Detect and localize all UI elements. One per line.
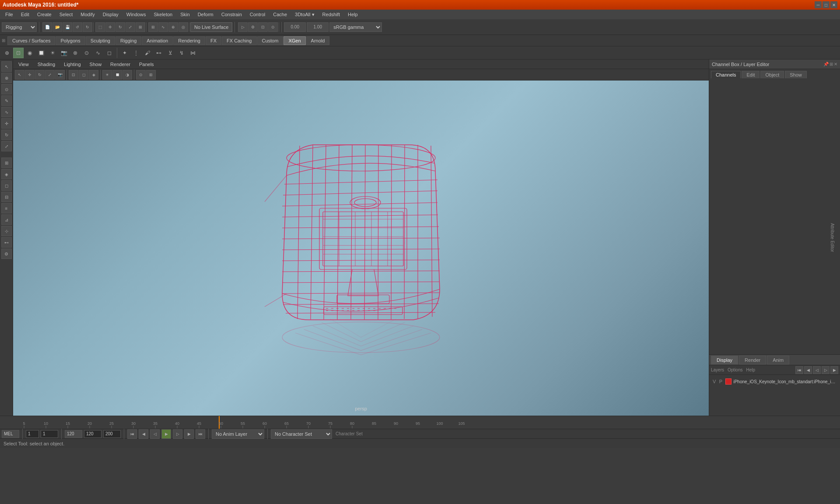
select-tool-side[interactable]: ↖ (1, 61, 12, 72)
options-menu[interactable]: Options (728, 368, 742, 372)
shading-menu[interactable]: Shading (34, 61, 59, 68)
deform-btn[interactable]: ⊗ (70, 48, 80, 58)
surface-btn[interactable]: ◻ (104, 48, 115, 58)
lasso-tool[interactable]: ⊙ (1, 84, 12, 94)
vp-isolate[interactable]: ⊙ (136, 70, 146, 80)
play-skip-next[interactable]: ⏭ (196, 429, 205, 439)
renderer-menu[interactable]: Renderer (107, 61, 134, 68)
texture-btn[interactable]: 🔲 (36, 48, 46, 58)
rotate-tool[interactable]: ↻ (116, 22, 125, 32)
vp-shadow[interactable]: ◑ (122, 70, 132, 80)
lighting-menu[interactable]: Lighting (60, 61, 84, 68)
module-polygons[interactable]: Polygons (56, 36, 85, 45)
menu-windows[interactable]: Windows (123, 11, 150, 18)
attr-side[interactable]: ≡ (1, 203, 12, 214)
vp-flat[interactable]: ◈ (89, 70, 98, 80)
close-button[interactable]: ✕ (830, 1, 837, 8)
menu-skeleton[interactable]: Skeleton (150, 11, 176, 18)
menu-edit[interactable]: Edit (18, 11, 33, 18)
snap-view[interactable]: ◎ (178, 22, 188, 32)
scale-side[interactable]: ⤢ (1, 141, 12, 151)
curve-btn[interactable]: ∿ (93, 48, 103, 58)
new-btn[interactable]: 📄 (42, 22, 52, 32)
render-region[interactable]: ⊡ (258, 22, 268, 32)
module-arnold[interactable]: Arnold (306, 36, 330, 45)
play-prev[interactable]: ◀ (139, 429, 148, 439)
menu-file[interactable]: File (2, 11, 17, 18)
workspace-selector[interactable]: Rigging (2, 22, 37, 32)
module-rendering[interactable]: Rendering (173, 36, 205, 45)
next-btn[interactable]: ▶ (830, 366, 838, 374)
smooth-btn[interactable]: ◉ (24, 48, 35, 58)
menu-skin[interactable]: Skin (177, 11, 193, 18)
tab-show[interactable]: Show (785, 71, 807, 78)
anim-side[interactable]: ⊿ (1, 214, 12, 225)
ortho-side[interactable]: ◈ (1, 169, 12, 179)
menu-constrain[interactable]: Constrain (218, 11, 245, 18)
channel-box-pin[interactable]: 📌 (823, 62, 829, 66)
module-xgen[interactable]: XGen (284, 36, 305, 45)
menu-create[interactable]: Create (34, 11, 55, 18)
menu-help[interactable]: Help (344, 11, 361, 18)
outliner-side[interactable]: ⊷ (1, 237, 12, 248)
snap-toggle[interactable]: ⊕ (2, 48, 12, 58)
vp-smooth[interactable]: ◻ (79, 70, 88, 80)
start-frame-input[interactable] (26, 430, 39, 438)
tab-edit[interactable]: Edit (742, 71, 760, 78)
character-set-selector[interactable]: No Character Set (271, 429, 332, 439)
render-settings[interactable]: ⚙ (248, 22, 258, 32)
module-animation[interactable]: Animation (142, 36, 173, 45)
layer-visibility[interactable]: V (713, 379, 718, 384)
wire-side[interactable]: ◻ (1, 180, 12, 191)
tab-channels[interactable]: Channels (711, 71, 741, 78)
play-btn[interactable]: ▶ (161, 429, 171, 439)
vp-light[interactable]: ☀ (102, 70, 112, 80)
play-skip-prev[interactable]: ⏮ (127, 429, 137, 439)
colorspace-selector[interactable]: sRGB gamma (329, 22, 382, 32)
play-next[interactable]: ▶ (184, 429, 194, 439)
menu-display[interactable]: Display (99, 11, 122, 18)
layers-menu[interactable]: Layers (711, 368, 724, 372)
vp-move[interactable]: ✛ (25, 70, 35, 80)
window-controls[interactable]: ─ □ ✕ (815, 1, 837, 8)
paint-tool-side[interactable]: ⊕ (1, 73, 12, 83)
snap-curve[interactable]: ∿ (158, 22, 168, 32)
view-menu[interactable]: View (15, 61, 32, 68)
scale-tool[interactable]: ⤢ (126, 22, 135, 32)
snap-grid[interactable]: ⊞ (148, 22, 158, 32)
playback-end-input[interactable] (103, 430, 121, 438)
vp-texture[interactable]: 🔲 (112, 70, 122, 80)
menu-control[interactable]: Control (246, 11, 269, 18)
undo-btn[interactable]: ↺ (73, 22, 82, 32)
module-rigging[interactable]: Rigging (116, 36, 141, 45)
select-tool[interactable]: ⬚ (95, 22, 105, 32)
wireframe-btn[interactable]: ⊡ (13, 48, 24, 58)
vp-camera[interactable]: 📷 (55, 70, 65, 80)
display-tab[interactable]: Display (711, 356, 738, 364)
vp-frame[interactable]: ⊞ (146, 70, 156, 80)
sculpt-tool[interactable]: ∿ (1, 107, 12, 117)
settings-side[interactable]: ⚙ (1, 248, 12, 259)
anim-layer-selector[interactable]: No Anim Layer (212, 429, 264, 439)
minimize-button[interactable]: ─ (815, 1, 822, 8)
module-fx[interactable]: FX (206, 36, 221, 45)
rotate-side[interactable]: ↻ (1, 130, 12, 140)
menu-select[interactable]: Select (56, 11, 77, 18)
menu-deform[interactable]: Deform (194, 11, 217, 18)
move-tool[interactable]: ✛ (105, 22, 115, 32)
restore-button[interactable]: □ (822, 1, 830, 8)
save-btn[interactable]: 💾 (63, 22, 72, 32)
no-live-surface-btn[interactable]: No Live Surface (190, 22, 232, 32)
vp-select[interactable]: ↖ (15, 70, 24, 80)
render-btn[interactable]: ▷ (238, 22, 248, 32)
help-menu[interactable]: Help (746, 368, 755, 372)
timeline[interactable]: 5 10 15 20 25 30 35 40 45 50 55 60 65 70… (0, 416, 840, 429)
current-frame-input[interactable] (41, 430, 58, 438)
menu-modify[interactable]: Modify (77, 11, 98, 18)
channel-side[interactable]: ⊹ (1, 226, 12, 236)
hair-btn[interactable]: ⋮ (131, 48, 141, 58)
skip-prev-btn[interactable]: ⏮ (795, 366, 803, 374)
channel-box-close[interactable]: ✕ (834, 62, 837, 66)
anim-tab[interactable]: Anim (767, 356, 789, 364)
menu-3dtool[interactable]: 3DtoAll ▾ (291, 11, 318, 18)
